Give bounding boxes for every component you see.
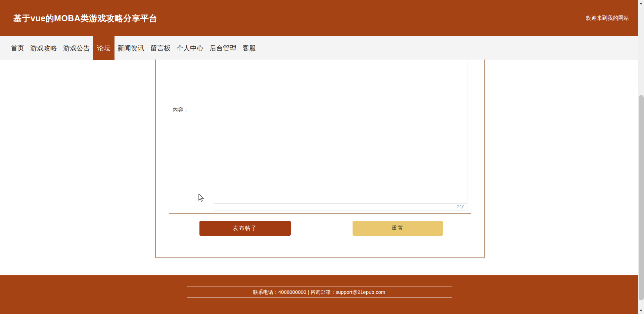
char-count-badge: 2 字	[214, 203, 467, 210]
nav-item-customer-service[interactable]: 客服	[239, 36, 259, 60]
form-divider	[169, 213, 471, 214]
vertical-scrollbar-thumb[interactable]	[639, 95, 644, 300]
post-form-panel: 内容： 2 字 发布帖子 重置	[155, 60, 485, 258]
publish-post-button[interactable]: 发布帖子	[199, 221, 291, 236]
main-nav: 首页 游戏攻略 游戏公告 论坛 新闻资讯 留言板 个人中心 后台管理 客服	[0, 36, 638, 60]
site-title: 基于vue的MOBA类游戏攻略分享平台	[13, 0, 157, 36]
reset-button[interactable]: 重置	[353, 221, 443, 236]
footer: 联系电话：4008000000 | 咨询邮箱：support@21epub.co…	[0, 275, 638, 314]
nav-list: 首页 游戏攻略 游戏公告 论坛 新闻资讯 留言板 个人中心 后台管理 客服	[0, 36, 638, 60]
nav-item-admin[interactable]: 后台管理	[206, 36, 239, 60]
page: 基于vue的MOBA类游戏攻略分享平台 欢迎来到我的网站 首页 游戏攻略 游戏公…	[0, 0, 644, 314]
scroll-down-arrow-icon[interactable]	[640, 310, 642, 312]
nav-item-game-guides[interactable]: 游戏攻略	[27, 36, 60, 60]
scroll-up-arrow-icon[interactable]	[640, 2, 642, 4]
nav-item-news[interactable]: 新闻资讯	[114, 36, 147, 60]
header-banner: 基于vue的MOBA类游戏攻略分享平台 欢迎来到我的网站	[0, 0, 638, 36]
welcome-text: 欢迎来到我的网站	[586, 0, 629, 36]
nav-item-game-announcements[interactable]: 游戏公告	[60, 36, 93, 60]
content-textarea[interactable]	[214, 60, 467, 204]
footer-contact-info: 联系电话：4008000000 | 咨询邮箱：support@21epub.co…	[187, 286, 452, 298]
nav-item-home[interactable]: 首页	[8, 36, 27, 60]
content-field-label: 内容：	[173, 107, 189, 114]
content-textarea-wrap: 2 字	[214, 60, 467, 210]
nav-item-forum-active[interactable]: 论坛	[93, 36, 114, 60]
nav-item-personal-center[interactable]: 个人中心	[174, 36, 206, 60]
nav-item-message-board[interactable]: 留言板	[147, 36, 174, 60]
